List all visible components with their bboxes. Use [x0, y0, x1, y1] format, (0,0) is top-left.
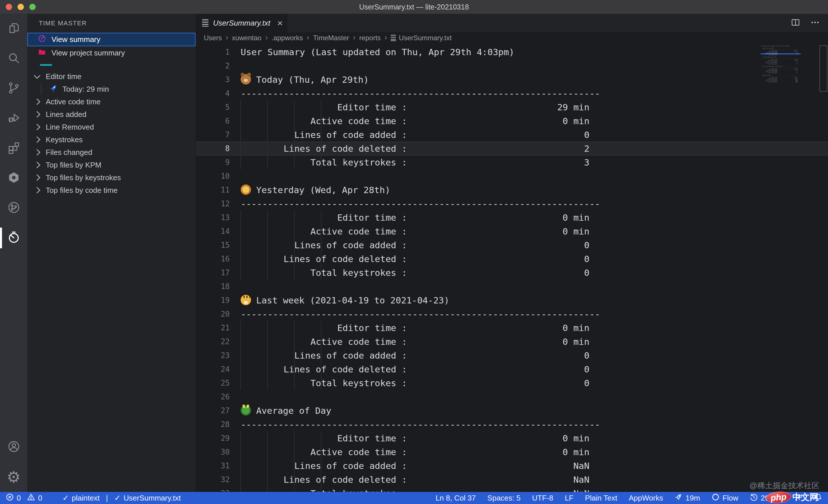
status-plaintext[interactable]: ✓plaintext — [63, 493, 99, 503]
activity-accounts-button[interactable] — [0, 432, 27, 462]
activity-explorer-button[interactable] — [0, 14, 27, 44]
code-line[interactable]: 1User Summary (Last updated on Thu, Apr … — [196, 45, 828, 59]
tab-bar: UserSummary.txt × — [196, 14, 828, 32]
scrollbar-slider[interactable] — [819, 45, 827, 92]
more-actions-button[interactable] — [810, 17, 820, 29]
status-ln-8-col-37[interactable]: Ln 8, Col 37 — [436, 494, 476, 503]
activity-time-master-button[interactable] — [0, 223, 27, 253]
status-plain-text[interactable]: Plain Text — [585, 494, 617, 503]
bear-emoji — [241, 74, 251, 85]
code-line[interactable]: 9 Total keystrokes : 3 — [196, 155, 828, 169]
code-line[interactable]: 19Last week (2021-04-19 to 2021-04-23) — [196, 293, 828, 307]
code-line[interactable]: 28--------------------------------------… — [196, 417, 828, 431]
code-line[interactable]: 2 — [196, 59, 828, 73]
tree-item-line-removed[interactable]: Line Removed — [27, 121, 196, 133]
code-line[interactable]: 3Today (Thu, Apr 29th) — [196, 73, 828, 87]
tree-item-keystrokes[interactable]: Keystrokes — [27, 133, 196, 146]
sidebar-item-view-summary[interactable]: View summary — [27, 33, 196, 46]
code-line[interactable]: 14 Active code time : 0 min — [196, 224, 828, 238]
status-problems-warning[interactable]: 0 — [27, 493, 42, 503]
code-line[interactable]: 12--------------------------------------… — [196, 197, 828, 211]
close-window-button[interactable] — [6, 4, 12, 10]
line-number: 32 — [196, 473, 230, 487]
tree-item-label: Today: 29 min — [63, 85, 109, 94]
code-line[interactable]: 7 Lines of code added : 0 — [196, 128, 828, 142]
code-line[interactable]: 30 Active code time : 0 min — [196, 445, 828, 459]
code-line[interactable]: 27Average of Day — [196, 404, 828, 417]
tree-item-top-files-by-kpm[interactable]: Top files by KPM — [27, 158, 196, 171]
status-29-min[interactable]: 29 min — [750, 493, 783, 503]
code-line[interactable]: 23 Lines of code added : 0 — [196, 349, 828, 362]
line-number: 6 — [196, 114, 230, 128]
minimize-window-button[interactable] — [17, 4, 24, 10]
window-controls — [6, 0, 36, 14]
code-line[interactable]: 26 — [196, 390, 828, 404]
lion-emoji — [241, 184, 251, 195]
status-flow[interactable]: Flow — [712, 493, 738, 503]
line-text: Lines of code deleted : NaN — [241, 473, 589, 487]
code-line[interactable]: 5 Editor time : 29 min — [196, 100, 828, 114]
activity-project-graph-button[interactable] — [0, 193, 27, 223]
activity-settings-button[interactable]: ⚙ — [0, 462, 27, 492]
code-line[interactable]: 4---------------------------------------… — [196, 87, 828, 100]
status-problems-error[interactable]: 0 — [6, 493, 21, 503]
status-bell-icon[interactable] — [814, 493, 822, 503]
code-line[interactable]: 11Yesterday (Wed, Apr 28th) — [196, 183, 828, 197]
code-line[interactable]: 31 Lines of code added : NaN — [196, 459, 828, 473]
code-line[interactable]: 24 Lines of code deleted : 0 — [196, 362, 828, 376]
tree-item-top-files-by-code-time[interactable]: Top files by code time — [27, 184, 196, 196]
status-appworks[interactable]: AppWorks — [629, 494, 663, 503]
breadcrumb-item[interactable]: TimeMaster — [313, 34, 349, 42]
tree-item-lines-added[interactable]: Lines added — [27, 108, 196, 121]
files-icon — [7, 21, 20, 36]
split-editor-button[interactable] — [791, 17, 800, 29]
code-line[interactable]: 32 Lines of code deleted : NaN — [196, 473, 828, 487]
code-line[interactable]: 15 Lines of code added : 0 — [196, 238, 828, 252]
breadcrumb-item[interactable]: xuwentao — [232, 34, 262, 42]
tiger-emoji — [241, 295, 251, 305]
tree-item-active-code-time[interactable]: Active code time — [27, 95, 196, 108]
tree-item-editor-time[interactable]: Editor time — [27, 70, 196, 83]
maximize-window-button[interactable] — [29, 4, 36, 10]
tab-usersummary[interactable]: UserSummary.txt × — [196, 14, 287, 32]
tree-item-files-changed[interactable]: Files changed — [27, 146, 196, 158]
code-line[interactable]: 25 Total keystrokes : 0 — [196, 376, 828, 390]
status-feedback-icon[interactable] — [795, 493, 803, 503]
code-line[interactable]: 29 Editor time : 0 min — [196, 431, 828, 445]
code-line[interactable]: 20--------------------------------------… — [196, 307, 828, 321]
code-line[interactable]: 33 Total keystrokes : NaN — [196, 487, 828, 492]
code-line[interactable]: 22 Active code time : 0 min — [196, 335, 828, 349]
status-spaces-5[interactable]: Spaces: 5 — [487, 494, 521, 503]
activity-source-control-button[interactable] — [0, 74, 27, 103]
status-usersummary-txt[interactable]: ✓UserSummary.txt — [114, 493, 181, 503]
breadcrumb-item[interactable]: reports — [359, 34, 381, 42]
status-lf[interactable]: LF — [565, 494, 573, 503]
line-number: 1 — [196, 45, 230, 59]
sidebar-item-view-project-summary[interactable]: View project summary — [27, 46, 196, 60]
code-editor[interactable]: 1User Summary (Last updated on Thu, Apr … — [196, 44, 828, 492]
code-line[interactable]: 21 Editor time : 0 min — [196, 321, 828, 335]
line-number: 8 — [196, 142, 230, 155]
line-text: Lines of code added : 0 — [241, 349, 589, 362]
tree-item-top-files-by-keystrokes[interactable]: Top files by keystrokes — [27, 171, 196, 184]
code-line[interactable]: 13 Editor time : 0 min — [196, 211, 828, 224]
minimap[interactable]: User Summary (Last updated on Thu, Apr 2… — [761, 45, 801, 97]
code-line[interactable]: 10 — [196, 169, 828, 183]
code-line[interactable]: 16 Lines of code deleted : 0 — [196, 252, 828, 266]
tree-item-today-29-min[interactable]: Today: 29 min — [27, 83, 196, 95]
code-line[interactable]: 8 Lines of code deleted : 2 — [196, 142, 828, 155]
code-line[interactable]: 18 — [196, 280, 828, 293]
status-utf-8[interactable]: UTF-8 — [532, 494, 553, 503]
close-tab-icon[interactable]: × — [277, 18, 283, 28]
breadcrumb-item[interactable]: .appworks — [272, 34, 303, 42]
activity-run-debug-button[interactable] — [0, 103, 27, 133]
activity-search-button[interactable] — [0, 44, 27, 74]
activity-appworks-button[interactable] — [0, 163, 27, 193]
breadcrumb-item-file[interactable]: UserSummary.txt — [391, 34, 452, 42]
line-text: Lines of code deleted : 0 — [241, 252, 589, 266]
code-line[interactable]: 6 Active code time : 0 min — [196, 114, 828, 128]
code-line[interactable]: 17 Total keystrokes : 0 — [196, 266, 828, 280]
activity-extensions-button[interactable] — [0, 133, 27, 163]
status-19m[interactable]: 19m — [674, 493, 700, 503]
breadcrumb-item[interactable]: Users — [204, 34, 222, 42]
